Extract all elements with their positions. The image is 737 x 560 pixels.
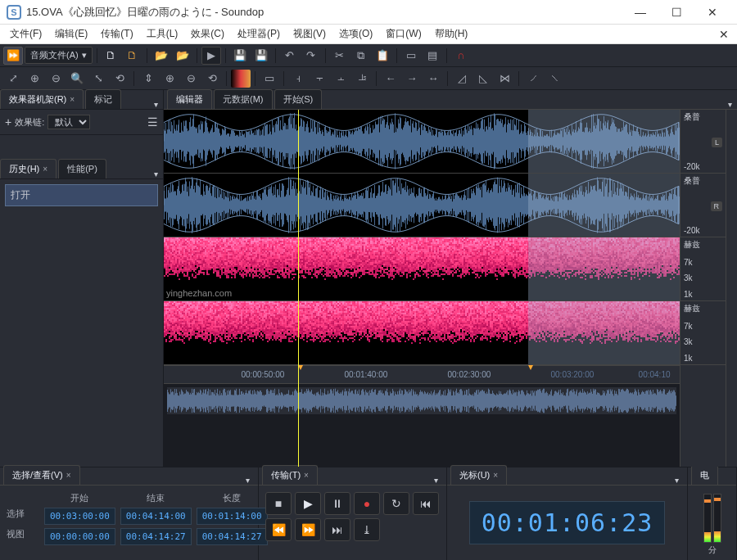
marker-icon[interactable]: ▾ <box>298 361 303 373</box>
overview[interactable] <box>164 383 680 418</box>
tab-fx-rack[interactable]: 效果器机架(R)× <box>0 89 84 109</box>
new-file-icon[interactable]: 🗋 <box>102 47 121 65</box>
marker-icon[interactable]: ▾ <box>528 361 533 373</box>
cut-icon[interactable]: ✂ <box>330 47 350 65</box>
waveform-left[interactable] <box>164 110 680 173</box>
view-end-input[interactable]: 00:04:14:27 <box>120 528 192 545</box>
scrollbar-vertical[interactable] <box>726 110 737 467</box>
go-start-button[interactable]: ⏮ <box>413 492 439 515</box>
align-1-icon[interactable]: ⫞ <box>288 70 308 88</box>
menu-transport[interactable]: 传输(T) <box>94 25 139 43</box>
audio-file-dropdown[interactable]: 音频文件(A)▾ <box>25 47 93 64</box>
menu-view[interactable]: 视图(V) <box>287 25 332 43</box>
selection-tool-icon[interactable]: ▭ <box>401 47 421 65</box>
tab-overflow-icon[interactable]: ▾ <box>241 476 255 485</box>
align-4-icon[interactable]: ⫡ <box>352 70 372 88</box>
open-append-icon[interactable]: 📂 <box>173 47 192 65</box>
close-icon[interactable]: × <box>304 471 309 480</box>
align-2-icon[interactable]: ⫟ <box>310 70 329 88</box>
arrow-left-icon[interactable]: ← <box>381 70 400 88</box>
tab-history[interactable]: 历史(H)× <box>0 159 57 178</box>
close-button[interactable]: ✕ <box>694 0 730 25</box>
loop-button[interactable]: ↻ <box>383 492 409 515</box>
snap-icon[interactable]: ∩ <box>451 47 471 65</box>
play-button[interactable]: ▶ <box>295 492 321 515</box>
tab-cursor[interactable]: 光标(U)× <box>450 465 507 485</box>
sel-end-input[interactable]: 00:04:14:00 <box>120 508 192 525</box>
menu-options[interactable]: 选项(O) <box>332 25 379 43</box>
fade-out-icon[interactable]: ◺ <box>473 70 493 88</box>
spectrogram-right[interactable] <box>164 301 680 364</box>
menu-processor[interactable]: 处理器(P) <box>231 25 287 43</box>
tab-selection-view[interactable]: 选择/查看(V)× <box>3 465 80 485</box>
new-folder-icon[interactable]: 🗋 <box>123 47 142 65</box>
channel-badge-r[interactable]: R <box>711 201 723 211</box>
fast-forward-button[interactable]: ⏩ <box>295 518 321 541</box>
record-button[interactable]: ● <box>354 492 380 515</box>
add-fx-icon[interactable]: + <box>5 115 11 129</box>
close-icon[interactable]: × <box>43 165 47 174</box>
zoom-sel-icon[interactable]: ⤡ <box>88 70 108 88</box>
selection-freq-icon[interactable]: ▤ <box>423 47 442 65</box>
tab-metadata[interactable]: 元数据(M) <box>214 89 273 109</box>
tab-meters[interactable]: 电 <box>691 465 718 485</box>
cursor-timecode[interactable]: 00:01:06:23 <box>469 501 666 544</box>
menu-tools[interactable]: 工具(L) <box>140 25 185 43</box>
go-end-button[interactable]: ⏭ <box>324 518 350 541</box>
tab-overflow-icon[interactable]: ▾ <box>670 476 684 485</box>
tab-performance[interactable]: 性能(P) <box>58 159 106 178</box>
close-icon[interactable]: × <box>70 95 75 104</box>
timeline[interactable]: ▾ ▾ 00:00:50:00 00:01:40:00 00:02:30:00 … <box>164 365 680 383</box>
pause-button[interactable]: ⏸ <box>324 492 350 515</box>
arrow-right-icon[interactable]: → <box>402 70 422 88</box>
color-scheme-icon[interactable] <box>231 70 251 88</box>
tab-overflow-icon[interactable]: ▾ <box>149 100 163 109</box>
zoom-out-h-icon[interactable]: ⊖ <box>46 70 66 88</box>
arrow-width-icon[interactable]: ↔ <box>423 70 443 88</box>
tab-overflow-icon[interactable]: ▾ <box>149 169 163 178</box>
redo-icon[interactable]: ↷ <box>301 47 321 65</box>
tab-transport[interactable]: 传输(T)× <box>262 465 318 485</box>
zoom-v-fit-icon[interactable]: ⇕ <box>138 70 158 88</box>
maximize-button[interactable]: ☐ <box>658 0 694 25</box>
history-item[interactable]: 打开 <box>5 184 158 206</box>
channel-badge-l[interactable]: L <box>712 138 722 147</box>
zoom-v-out-icon[interactable]: ⊖ <box>181 70 201 88</box>
zoom-tool-icon[interactable]: 🔍 <box>67 70 87 88</box>
stop-button[interactable]: ■ <box>265 492 292 515</box>
save-all-icon[interactable]: 💾 <box>251 47 271 65</box>
fx-chain-preset[interactable]: 默认 <box>47 115 90 129</box>
waveform-right[interactable] <box>164 174 680 237</box>
fade-curve-2-icon[interactable]: ⟍ <box>545 70 564 88</box>
rewind-button[interactable]: ⏪ <box>265 518 292 541</box>
menu-help[interactable]: 帮助(H) <box>428 25 475 43</box>
tab-start[interactable]: 开始(S) <box>274 89 323 109</box>
sel-start-input[interactable]: 00:03:00:00 <box>44 508 115 525</box>
tab-overflow-icon[interactable]: ▾ <box>429 476 443 485</box>
view-length-input[interactable]: 00:04:14:27 <box>197 528 268 545</box>
play-forward-icon[interactable]: ⏩ <box>3 47 23 65</box>
close-icon[interactable]: × <box>66 471 71 480</box>
zoom-v-reset-icon[interactable]: ⟲ <box>202 70 222 88</box>
open-file-icon[interactable]: 📂 <box>151 47 171 65</box>
fade-in-icon[interactable]: ◿ <box>452 70 472 88</box>
tab-editor[interactable]: 编辑器 <box>167 89 212 109</box>
view-start-input[interactable]: 00:00:00:00 <box>44 528 115 545</box>
tab-markers[interactable]: 标记 <box>85 89 121 109</box>
undo-icon[interactable]: ↶ <box>280 47 300 65</box>
menu-close-icon[interactable]: ✕ <box>714 28 734 41</box>
fx-list-icon[interactable]: ☰ <box>147 115 158 129</box>
fade-curve-1-icon[interactable]: ⟋ <box>523 70 543 88</box>
minimize-button[interactable]: — <box>622 0 658 25</box>
paste-icon[interactable]: 📋 <box>373 47 392 65</box>
copy-icon[interactable]: ⧉ <box>351 47 371 65</box>
crossfade-icon[interactable]: ⋈ <box>495 70 514 88</box>
align-3-icon[interactable]: ⫠ <box>331 70 350 88</box>
spectrogram-left[interactable] <box>164 237 680 300</box>
tab-overflow-icon[interactable]: ▾ <box>723 100 737 109</box>
close-icon[interactable]: × <box>493 471 498 480</box>
zoom-fit-icon[interactable]: ⤢ <box>3 70 23 88</box>
sel-length-input[interactable]: 00:01:14:00 <box>197 508 268 525</box>
menu-window[interactable]: 窗口(W) <box>379 25 427 43</box>
menu-effects[interactable]: 效果(C) <box>184 25 231 43</box>
